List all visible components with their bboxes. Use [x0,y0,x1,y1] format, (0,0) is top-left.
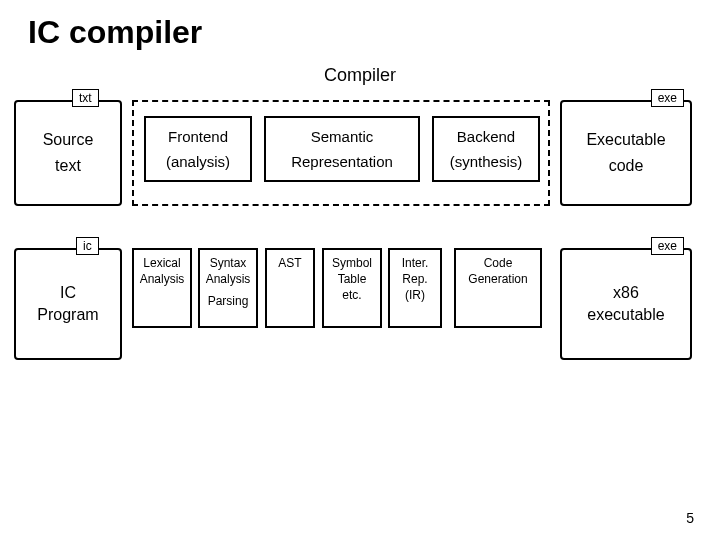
ir-box: Inter. Rep. (IR) [388,248,442,328]
lexical-analysis-box: Lexical Analysis [132,248,192,328]
synthesis-label: (synthesis) [450,153,523,170]
source-text-box: txt Source text [14,100,122,206]
page-number: 5 [686,510,694,526]
executable-label-2: executable [587,306,664,324]
code-generation-box: Code Generation [454,248,542,328]
x86-label: x86 [613,284,639,302]
semantic-label: Semantic [311,128,374,145]
slide-title: IC compiler [0,0,720,51]
compiler-label: Compiler [0,65,720,86]
program-label: Program [37,306,98,324]
text-label: text [55,157,81,175]
txt-tag: txt [72,89,99,107]
semantic-box: Semantic Representation [264,116,420,182]
frontend-label: Frontend [168,128,228,145]
ic-label: IC [60,284,76,302]
source-label: Source [43,131,94,149]
representation-label: Representation [291,153,393,170]
executable-code-box: exe Executable code [560,100,692,206]
x86-executable-box: exe x86 executable [560,248,692,360]
backend-label: Backend [457,128,515,145]
ic-program-box: ic IC Program [14,248,122,360]
exe-tag-2: exe [651,237,684,255]
symbol-table-box: Symbol Table etc. [322,248,382,328]
ic-tag: ic [76,237,99,255]
ast-box: AST [265,248,315,328]
syntax-analysis-box: Syntax Analysis Parsing [198,248,258,328]
exe-tag: exe [651,89,684,107]
executable-label: Executable [586,131,665,149]
analysis-label: (analysis) [166,153,230,170]
backend-box: Backend (synthesis) [432,116,540,182]
pipeline-detail-row: ic IC Program Lexical Analysis Syntax An… [0,248,720,378]
compiler-overview-row: txt Source text Frontend (analysis) Sema… [0,92,720,212]
frontend-box: Frontend (analysis) [144,116,252,182]
code-label: code [609,157,644,175]
